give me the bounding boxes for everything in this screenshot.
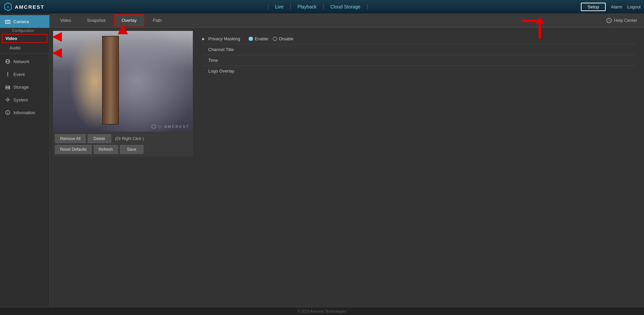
- logo-area: A AMCREST: [3, 2, 44, 11]
- tab-video[interactable]: Video: [53, 15, 78, 26]
- camera-brand-text: ⬡ AMCREST: [158, 125, 189, 129]
- time-label: Time: [208, 58, 245, 63]
- storage-label: Storage: [13, 85, 29, 90]
- svg-text:i: i: [7, 111, 8, 115]
- sidebar-item-camera[interactable]: Camera: [0, 15, 49, 28]
- information-label: Information: [13, 110, 35, 115]
- enable-radio-label: Enable: [255, 36, 268, 41]
- svg-marker-17: [152, 125, 156, 129]
- sidebar-item-information[interactable]: i Information: [0, 106, 49, 119]
- svg-point-11: [9, 88, 9, 89]
- disable-radio-label: Disable: [279, 36, 293, 41]
- remove-all-button[interactable]: Remove All: [55, 134, 86, 143]
- sidebar-item-audio[interactable]: Audio: [0, 44, 49, 52]
- sidebar-item-video[interactable]: Video: [2, 34, 47, 43]
- config-label: Configuration: [0, 28, 49, 33]
- sidebar-item-event[interactable]: Event: [0, 68, 49, 81]
- svg-text:A: A: [7, 5, 9, 9]
- logo-overlay-label: Logo Overlay: [208, 69, 245, 74]
- time-arrow: ▶: [202, 58, 205, 62]
- audio-sub-label: Audio: [9, 45, 20, 50]
- top-nav: A AMCREST Live Playback Cloud Storage Se…: [0, 0, 644, 13]
- network-label: Network: [13, 59, 30, 64]
- tab-bar: Video Snapshot Overlay Path ? Help Cente…: [50, 13, 644, 28]
- reset-defaults-button[interactable]: Reset Defaults: [55, 145, 92, 154]
- help-center-label: Help Center: [614, 18, 637, 23]
- nav-playback[interactable]: Playback: [291, 4, 324, 9]
- channel-title-item[interactable]: ▶ Channel Title: [202, 44, 635, 55]
- nav-live[interactable]: Live: [268, 4, 291, 9]
- system-icon: [5, 97, 11, 103]
- channel-title-arrow: ▶: [202, 48, 205, 51]
- help-center-link[interactable]: ? Help Center: [606, 17, 637, 24]
- enable-radio-circle: [249, 37, 253, 41]
- tab-snapshot[interactable]: Snapshot: [80, 15, 113, 26]
- ctrl-row-1: Remove All Delete (Or Right Click ): [55, 134, 191, 143]
- event-icon: [5, 71, 11, 77]
- sidebar-item-system[interactable]: System: [0, 93, 49, 106]
- logout-link[interactable]: Logout: [627, 4, 641, 9]
- svg-point-7: [7, 76, 8, 77]
- video-controls: Remove All Delete (Or Right Click ) Rese…: [53, 132, 193, 156]
- privacy-masking-radio-group: Enable Disable: [249, 36, 294, 41]
- sidebar-divider-1: [0, 53, 49, 54]
- camera-scene: [53, 31, 193, 132]
- sidebar-camera-label: Camera: [13, 19, 29, 24]
- storage-icon: [5, 84, 11, 90]
- refresh-button[interactable]: Refresh: [94, 145, 118, 154]
- privacy-masking-item[interactable]: ▶ Privacy Masking Enable Disable: [202, 34, 635, 44]
- logo-overlay-arrow: ▶: [202, 69, 205, 73]
- information-icon: i: [5, 109, 11, 116]
- help-center-icon: ?: [606, 17, 612, 24]
- setup-button[interactable]: Setup: [581, 3, 606, 11]
- tab-overlay[interactable]: Overlay: [114, 14, 144, 26]
- delete-button[interactable]: Delete: [88, 134, 111, 143]
- main-panel: ⬡ AMCREST Remove All Delete (Or Right Cl…: [50, 28, 644, 315]
- nav-cloud-storage[interactable]: Cloud Storage: [324, 4, 368, 9]
- svg-point-10: [9, 86, 9, 87]
- or-right-click-text: (Or Right Click ): [113, 136, 146, 141]
- camera-icon: [5, 18, 11, 25]
- disable-radio-circle: [273, 37, 277, 41]
- nav-right: Setup Alarm Logout: [581, 3, 641, 11]
- alarm-link[interactable]: Alarm: [611, 4, 622, 9]
- privacy-masking-label: Privacy Masking: [208, 36, 245, 41]
- nav-links: Live Playback Cloud Storage: [54, 4, 581, 9]
- content-area: Video Snapshot Overlay Path ? Help Cente…: [50, 13, 644, 315]
- svg-point-3: [7, 21, 9, 23]
- footer-text: © 2019 Amcrest Technologies: [298, 309, 347, 313]
- svg-text:?: ?: [608, 19, 610, 22]
- sidebar: Camera Configuration Video Audio: [0, 13, 50, 315]
- privacy-masking-arrow: ▶: [202, 37, 205, 41]
- settings-panel: ▶ Privacy Masking Enable Disable: [197, 31, 641, 312]
- logo-overlay-item[interactable]: ▶ Logo Overlay: [202, 66, 635, 76]
- footer: © 2019 Amcrest Technologies: [0, 307, 644, 315]
- save-button[interactable]: Save: [120, 145, 143, 154]
- camera-overlay-text: ⬡ AMCREST: [152, 124, 189, 129]
- amcrest-logo-icon: A: [3, 2, 13, 11]
- network-icon: [5, 58, 11, 64]
- sidebar-item-network[interactable]: Network: [0, 55, 49, 68]
- tab-path[interactable]: Path: [146, 15, 169, 26]
- logo-text: AMCREST: [15, 4, 44, 10]
- channel-title-label: Channel Title: [208, 47, 245, 52]
- ctrl-row-2: Reset Defaults Refresh Save: [55, 145, 191, 154]
- door-element: [102, 36, 119, 125]
- privacy-masking-enable-option[interactable]: Enable: [249, 36, 268, 41]
- time-item[interactable]: ▶ Time: [202, 55, 635, 66]
- svg-point-12: [7, 99, 9, 101]
- event-label: Event: [13, 72, 25, 77]
- video-section: ⬡ AMCREST Remove All Delete (Or Right Cl…: [53, 31, 193, 312]
- system-label: System: [13, 97, 28, 102]
- sidebar-item-storage[interactable]: Storage: [0, 81, 49, 93]
- video-sub-label: Video: [5, 36, 17, 41]
- video-preview: ⬡ AMCREST: [53, 31, 193, 132]
- privacy-masking-disable-option[interactable]: Disable: [273, 36, 293, 41]
